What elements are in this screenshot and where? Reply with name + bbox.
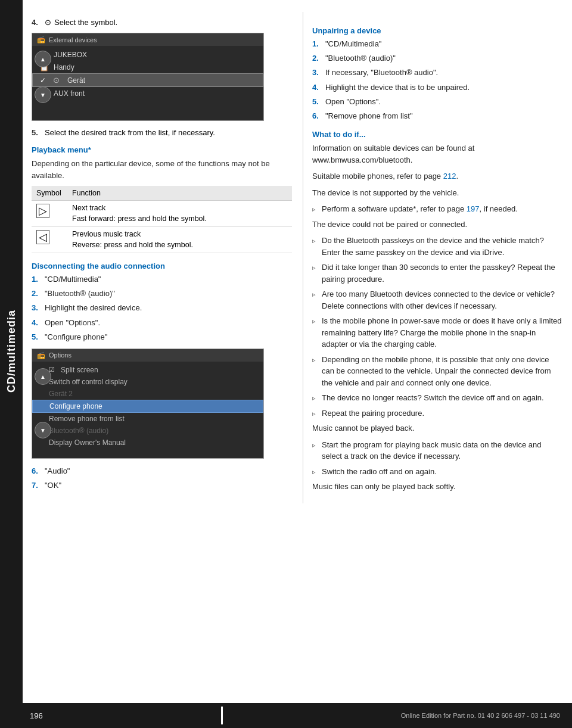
bullet-1-text: Perform a software update*, refer to pag… <box>322 203 518 215</box>
step-4-number: 4. <box>32 18 45 27</box>
bullet-software-update: ▹ Perform a software update*, refer to p… <box>312 203 562 215</box>
us3-text: If necessary, "Bluetooth® audio". <box>325 67 438 78</box>
sidebar-label: CD/multimedia <box>5 310 18 393</box>
unpair-step-1: 1. "CD/Multimedia" <box>312 39 562 49</box>
nav-arrows: ▲ ▼ <box>35 51 51 103</box>
disconnect-heading: Disconnecting the audio connection <box>32 262 292 270</box>
ds6-text: "Audio" <box>45 466 70 477</box>
sidebar: CD/multimedia <box>0 0 23 703</box>
right-column: Unpairing a device 1. "CD/Multimedia" 2.… <box>303 12 571 503</box>
playback-table: Symbol Function ▷ Next track Fast forwar… <box>32 186 292 253</box>
bullet-arrow-7: ▹ <box>312 392 322 404</box>
ext-device-gerat: ✓ ⊙ Gerät <box>32 73 263 87</box>
external-devices-screenshot: 📻 External devices ♪ JUKEBOX 📋 Handy ✓ ⊙… <box>32 33 264 121</box>
next-track-func: Next track Fast forward: press and hold … <box>67 201 292 227</box>
us6-num: 6. <box>312 111 325 122</box>
bullet-switch-radio: ▹ Switch the radio off and on again. <box>312 466 562 478</box>
bullet-8-text: Repeat the pairing procedure. <box>322 407 424 419</box>
ext-devices-list: ♪ JUKEBOX 📋 Handy ✓ ⊙ Gerät ✏ AUX front <box>32 46 263 102</box>
footer-page-number: 196 <box>30 711 43 720</box>
us1-num: 1. <box>312 39 325 49</box>
ds2-text: "Bluetooth® (audio)" <box>45 288 115 299</box>
switch-off-label: Switch off control display <box>49 378 128 386</box>
us1-text: "CD/Multimedia" <box>325 39 381 49</box>
us3-num: 3. <box>312 67 325 78</box>
options-nav-down: ▼ <box>35 422 51 438</box>
us5-num: 5. <box>312 97 325 107</box>
disconnect-step-3: 3. Highlight the desired device. <box>32 303 292 313</box>
bullet-6-text: Depending on the mobile phone, it is pos… <box>322 354 562 389</box>
ds2-num: 2. <box>32 288 45 299</box>
us6-text: "Remove phone from list" <box>325 111 413 122</box>
what-to-do-heading: What to do if... <box>312 130 562 139</box>
gerat-icon: ⊙ <box>53 76 63 85</box>
us4-num: 4. <box>312 82 325 93</box>
ds4-num: 4. <box>32 318 45 328</box>
gerat2-label: Gerät 2 <box>49 390 73 398</box>
ds7-num: 7. <box>32 480 45 491</box>
option-switch-off-display: Switch off control display <box>32 376 263 388</box>
table-col-symbol: Symbol <box>32 186 67 201</box>
bluetooth-audio-label: Bluetooth® (audio) <box>49 427 108 435</box>
table-col-function: Function <box>67 186 292 201</box>
ext-device-jukebox: ♪ JUKEBOX <box>32 48 263 61</box>
disconnect-step-7: 7. "OK" <box>32 480 292 491</box>
options-header-icon: 📻 <box>37 351 45 359</box>
unpair-step-3: 3. If necessary, "Bluetooth® audio". <box>312 67 562 78</box>
option-display-owners-manual: Display Owner's Manual <box>32 437 263 449</box>
page-197-link[interactable]: 197 <box>467 204 480 213</box>
us2-num: 2. <box>312 53 325 64</box>
next-track-icon: ▷ <box>36 204 49 218</box>
bullet-7-text: The device no longer reacts? Switch the … <box>322 392 544 404</box>
ext-device-handy: 📋 Handy <box>32 61 263 73</box>
bullet-start-program: ▹ Start the program for playing back mus… <box>312 439 562 462</box>
ext-devices-header: 📻 External devices <box>32 33 263 46</box>
bullet-arrow-6: ▹ <box>312 354 322 389</box>
ds5-text: "Configure phone" <box>45 332 107 343</box>
unpair-step-5: 5. Open "Options". <box>312 97 562 107</box>
bullet-5-text: Is the mobile phone in power-save mode o… <box>322 315 562 350</box>
prev-track-func: Previous music track Reverse: press and … <box>67 227 292 253</box>
options-header-title: Options <box>49 351 72 359</box>
bullet-arrow-3: ▹ <box>312 262 322 285</box>
table-row-prev: ◁ Previous music track Reverse: press an… <box>32 227 292 253</box>
next-track-desc: Fast forward: press and hold the symbol. <box>72 214 287 225</box>
options-list: ☑ Split screen Switch off control displa… <box>32 362 263 451</box>
step-4-icon: ⊙ <box>45 18 51 27</box>
para1: Information on suitable devices can be f… <box>312 142 562 166</box>
disconnect-step-2: 2. "Bluetooth® (audio)" <box>32 288 292 299</box>
para6: Music files can only be played back soft… <box>312 481 562 493</box>
bullet-4-text: Are too many Bluetooth devices connected… <box>322 288 562 312</box>
bullet-30sec: ▹ Did it take longer than 30 seconds to … <box>312 262 562 285</box>
ds6-num: 6. <box>32 466 45 477</box>
bullet-arrow-2: ▹ <box>312 235 322 258</box>
handy-label: Handy <box>54 63 74 71</box>
unpair-step-4: 4. Highlight the device that is to be un… <box>312 82 562 93</box>
bullet-power-save: ▹ Is the mobile phone in power-save mode… <box>312 315 562 350</box>
ds4-text: Open "Options". <box>45 318 100 328</box>
prev-track-desc: Reverse: press and hold the symbol. <box>72 240 287 251</box>
bullet-10-text: Switch the radio off and on again. <box>322 466 437 478</box>
bullet-2-text: Do the Bluetooth passkeys on the device … <box>322 235 562 258</box>
ds3-text: Highlight the desired device. <box>45 303 142 313</box>
gerat-label: Gerät <box>67 76 85 85</box>
disconnect-step-4: 4. Open "Options". <box>32 318 292 328</box>
bullet-reacts: ▹ The device no longer reacts? Switch th… <box>312 392 562 404</box>
ext-devices-header-title: External devices <box>49 36 97 43</box>
bullet-arrow-8: ▹ <box>312 407 322 419</box>
unpair-step-6: 6. "Remove phone from list" <box>312 111 562 122</box>
nav-circle-down: ▼ <box>35 86 51 103</box>
option-split-screen: ☑ Split screen <box>32 364 263 376</box>
options-header: 📻 Options <box>32 349 263 362</box>
configure-phone-label: Configure phone <box>49 402 102 410</box>
bullet-too-many: ▹ Are too many Bluetooth devices connect… <box>312 288 562 312</box>
bullet-arrow-1: ▹ <box>312 203 322 215</box>
option-gerat2: Gerät 2 <box>32 388 263 400</box>
step-4-text: Select the symbol. <box>54 18 117 27</box>
option-configure-phone: Configure phone <box>32 400 263 413</box>
bullet-one-device: ▹ Depending on the mobile phone, it is p… <box>312 354 562 389</box>
para2-post: . <box>456 172 458 181</box>
para2-link[interactable]: 212 <box>443 172 456 181</box>
ds5-num: 5. <box>32 332 45 343</box>
unpairing-heading: Unpairing a device <box>312 26 562 35</box>
